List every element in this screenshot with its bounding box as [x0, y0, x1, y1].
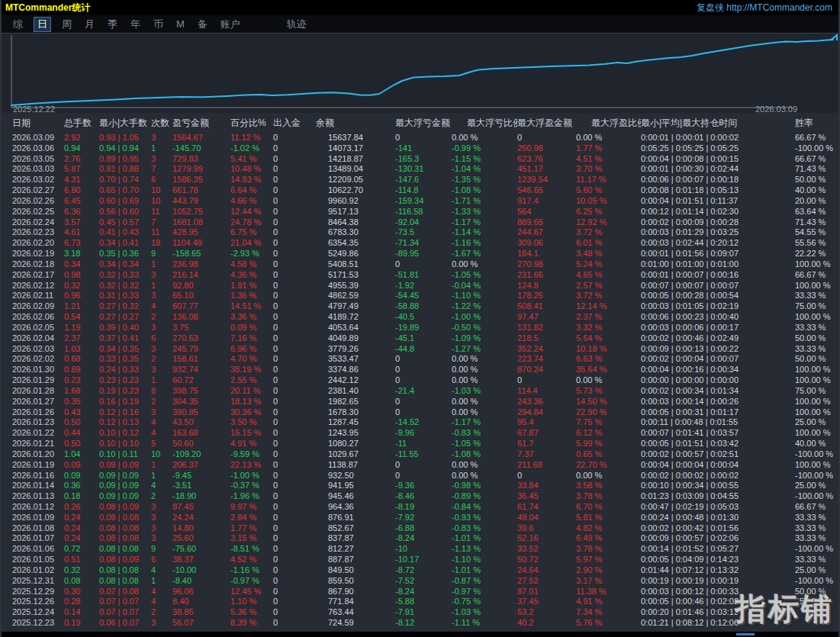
table-row[interactable]: 2026.01.160.090.09 | 0.091-9.45-1.00 %09…: [2, 471, 838, 481]
table-row[interactable]: 2026.02.243.570.45 | 0.5771681.0824.78 %…: [2, 217, 838, 228]
cell-max-float-profit: 52.16: [517, 533, 576, 544]
table-row[interactable]: 2026.01.050.510.08 | 0.09638.374.52 %088…: [2, 555, 838, 565]
table-row[interactable]: 2026.01.140.360.09 | 0.094-3.51-0.37 %09…: [2, 481, 838, 491]
cell-max-float-loss: 0: [395, 259, 452, 270]
table-row[interactable]: 2026.01.281.680.19 | 0.238398.7520.11 %0…: [2, 386, 838, 397]
table-row[interactable]: 2026.02.042.370.37 | 0.416270.637.16 %04…: [2, 333, 838, 344]
table-row[interactable]: 2026.03.035.870.81 | 0.8871279.9910.48 %…: [2, 164, 838, 175]
table-row[interactable]: 2026.03.024.310.70 | 0.7461586.3514.93 %…: [2, 175, 838, 185]
cell-balance: 1080.27: [316, 439, 395, 449]
cell-profit-percent: 2.84 %: [230, 513, 273, 523]
table-row[interactable]: 2026.01.230.500.12 | 0.13443.503.50 %012…: [2, 417, 838, 428]
cell-max-float-profit-pct: 22.90 %: [576, 407, 641, 418]
cell-hold-time: 0:05:25 | 0:05:25 | 0:05:25: [641, 143, 795, 154]
cell-win-rate: -100.00 %: [795, 544, 840, 555]
table-row[interactable]: 2026.02.120.320.32 | 0.32192.801.91 %049…: [2, 281, 838, 291]
table-row[interactable]: 2026.01.220.440.10 | 0.124163.6815.15 %0…: [2, 428, 838, 439]
table-row[interactable]: 2026.02.110.960.31 | 0.33365.101.36 %048…: [2, 291, 838, 301]
menu-item-6[interactable]: 年: [128, 17, 143, 32]
table-row[interactable]: 2026.02.180.340.34 | 0.341236.984.58 %05…: [2, 259, 838, 270]
cell-max-float-profit-pct: 6.12 %: [576, 428, 641, 439]
cell-max-float-loss: -7.92: [395, 513, 452, 523]
table-row[interactable]: 2026.01.201.040.10 | 0.1110-109.20-9.59 …: [2, 449, 838, 460]
cell-win-rate: 100.00 %: [795, 259, 840, 270]
menu-item-4[interactable]: 月: [82, 17, 97, 32]
table-row[interactable]: 2026.01.120.260.08 | 0.09387.459.97 %096…: [2, 502, 838, 513]
cell-trade-count: 7: [151, 217, 172, 228]
table-row[interactable]: 2026.02.206.730.34 | 0.41181104.4921.04 …: [2, 238, 838, 249]
table-row[interactable]: 2026.01.070.240.08 | 0.08325.603.15 %083…: [2, 533, 838, 544]
table-row[interactable]: 2026.01.190.090.09 | 0.091206.3722.13 %0…: [2, 460, 838, 471]
table-row[interactable]: 2026.01.130.180.09 | 0.092-18.90-1.96 %0…: [2, 491, 838, 502]
table-row[interactable]: 2026.02.060.540.27 | 0.272136.083.36 %04…: [2, 312, 838, 323]
header-cell-total-lots: 总手数: [64, 117, 99, 130]
table-row[interactable]: 2026.01.080.240.08 | 0.08314.801.77 %085…: [2, 523, 838, 534]
table-row[interactable]: 2026.02.234.610.41 | 0.4311428.956.75 %0…: [2, 227, 838, 238]
cell-win-rate: 100.00 %: [795, 428, 840, 439]
cell-min-max-lots: 0.07 | 0.07: [99, 597, 151, 607]
menu-item-9[interactable]: 备: [195, 17, 210, 32]
table-row[interactable]: 2026.02.276.800.65 | 0.7010661.786.64 %0…: [2, 185, 838, 196]
table-row[interactable]: 2026.03.060.940.94 | 0.941-145.70-1.02 %…: [2, 143, 838, 154]
table-row[interactable]: 2026.01.260.430.12 | 0.163390.8530.36 %0…: [2, 407, 838, 418]
cell-deposit-withdraw: 0: [273, 513, 316, 523]
cell-date: 2026.02.26: [12, 196, 64, 207]
cell-deposit-withdraw: 0: [273, 471, 316, 481]
table-row[interactable]: 2026.01.290.230.23 | 0.23160.722.55 %024…: [2, 375, 838, 386]
menu-item-10[interactable]: 账户: [218, 17, 243, 32]
cell-max-float-loss-pct: -0.87 %: [452, 576, 517, 587]
cell-balance: 5249.86: [316, 249, 395, 259]
header-cell-deposit-withdraw: 出入金: [273, 117, 316, 130]
cell-balance: 4862.59: [316, 291, 395, 301]
cell-total-lots: 0.14: [64, 607, 99, 618]
cell-min-max-lots: 0.08 | 0.08: [99, 544, 151, 555]
cell-deposit-withdraw: 0: [273, 491, 316, 502]
table-row[interactable]: 2025.12.310.080.08 | 0.081-8.40-0.97 %08…: [2, 576, 838, 587]
cell-win-rate: 33.33 %: [795, 523, 840, 534]
scrollbar-thumb[interactable]: [736, 633, 755, 635]
menu-item-2[interactable]: 日: [34, 17, 51, 32]
table-row[interactable]: 2026.02.020.680.33 | 0.352158.614.70 %03…: [2, 354, 838, 365]
cell-max-float-loss-pct: -1.27 %: [452, 344, 517, 355]
cell-balance: 849.50: [316, 565, 395, 576]
table-row[interactable]: 2026.02.256.360.56 | 0.60111052.7512.44 …: [2, 207, 838, 217]
cell-hold-time: 0:00:14 | 0:01:52 | 0:05:27: [641, 544, 795, 555]
table-row[interactable]: 2026.02.193.180.35 | 0.369-158.65-2.93 %…: [2, 249, 838, 259]
table-row[interactable]: 2026.01.210.500.10 | 0.10550.604.91 %010…: [2, 439, 838, 449]
menu-item-5[interactable]: 季: [105, 17, 120, 32]
table-row[interactable]: 2026.02.266.450.60 | 0.6910443.794.66 %0…: [2, 196, 838, 207]
table-row[interactable]: 2026.03.052.760.89 | 0.953729.835.41 %01…: [2, 154, 838, 165]
header-cell-max-float-loss-pct: 最大浮亏比例: [452, 117, 517, 130]
table-row[interactable]: 2026.02.031.030.34 | 0.353245.796.96 %03…: [2, 344, 838, 355]
table-row[interactable]: 2026.02.091.210.27 | 0.324607.7714.51 %0…: [2, 301, 838, 312]
cell-profit-amount: 428.95: [172, 227, 230, 238]
table-row[interactable]: 2026.02.051.190.39 | 0.4033.750.09 %0405…: [2, 323, 838, 333]
table-row[interactable]: 2026.01.090.240.08 | 0.08324.242.84 %087…: [2, 513, 838, 523]
table-row[interactable]: 2025.12.290.300.07 | 0.08496.0612.45 %08…: [2, 587, 838, 597]
cell-max-float-profit-pct: 35.64 %: [576, 365, 641, 375]
cell-trade-count: 4: [151, 428, 172, 439]
cell-date: 2026.01.19: [12, 460, 64, 471]
table-row[interactable]: 2026.01.020.320.08 | 0.084-10.00-1.16 %0…: [2, 565, 838, 576]
table-row[interactable]: 2026.01.270.350.16 | 0.192304.3518.13 %0…: [2, 397, 838, 407]
table-row[interactable]: 2026.01.300.890.24 | 0.333932.7438.19 %0…: [2, 365, 838, 375]
cell-max-float-loss: -8.46: [395, 491, 452, 502]
menu-item-8[interactable]: M: [174, 18, 187, 31]
table-row[interactable]: 2026.02.170.980.32 | 0.333216.144.36 %05…: [2, 270, 838, 281]
cell-max-float-loss: -159.34: [395, 196, 452, 207]
brand-link[interactable]: 复盘侠 http://MTCommander.com: [697, 2, 832, 14]
table-row[interactable]: 2025.12.240.140.07 | 0.07238.855.36 %076…: [2, 607, 838, 618]
table-row[interactable]: 2026.01.060.720.08 | 0.089-75.60-8.51 %0…: [2, 544, 838, 555]
menu-item-11[interactable]: 轨迹: [285, 17, 309, 32]
table-row[interactable]: 2025.12.230.190.06 | 0.07356.078.39 %072…: [2, 618, 838, 629]
menu-item-3[interactable]: 周: [60, 17, 74, 32]
table-row[interactable]: 2025.12.260.280.07 | 0.0748.401.10 %0771…: [2, 597, 838, 607]
table-row[interactable]: 2026.03.092.920.93 | 1.0531564.6711.12 %…: [2, 133, 838, 143]
cell-balance: 15637.84: [316, 133, 395, 143]
cell-profit-amount: 932.74: [172, 365, 230, 375]
cell-trade-count: 1: [151, 460, 172, 471]
menu-item-1[interactable]: 综: [11, 17, 25, 32]
menu-item-7[interactable]: 币: [151, 17, 166, 32]
cell-profit-percent: 4.70 %: [230, 354, 273, 365]
cell-profit-percent: 5.36 %: [230, 607, 273, 618]
